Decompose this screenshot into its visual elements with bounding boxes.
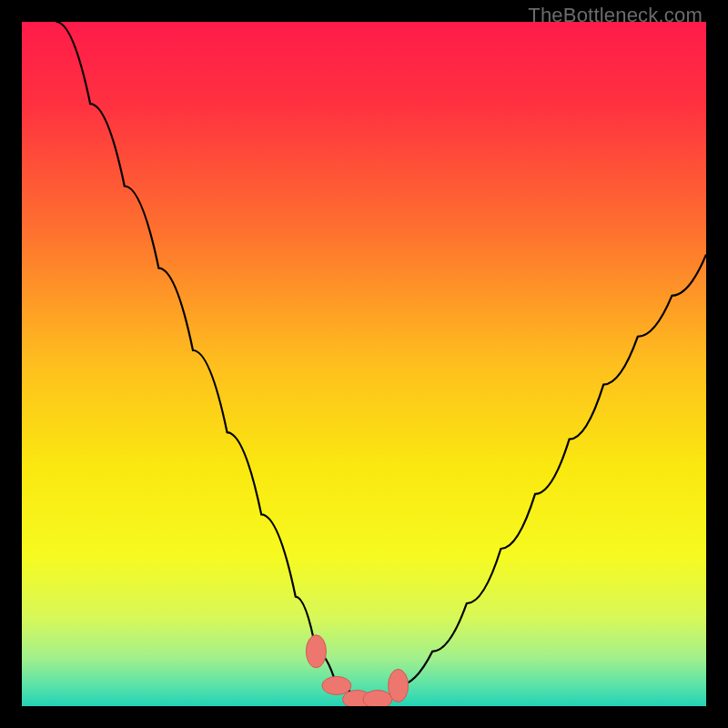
plot-area — [22, 22, 706, 706]
chart-frame: TheBottleneck.com — [0, 0, 728, 728]
highlighted-range-markers — [306, 635, 408, 706]
bottleneck-curve — [56, 22, 706, 700]
chart-overlay — [22, 22, 706, 706]
marker-point — [363, 691, 392, 707]
marker-point — [322, 676, 351, 694]
watermark-text: TheBottleneck.com — [528, 4, 703, 27]
marker-point — [389, 669, 409, 702]
marker-point — [306, 635, 326, 668]
